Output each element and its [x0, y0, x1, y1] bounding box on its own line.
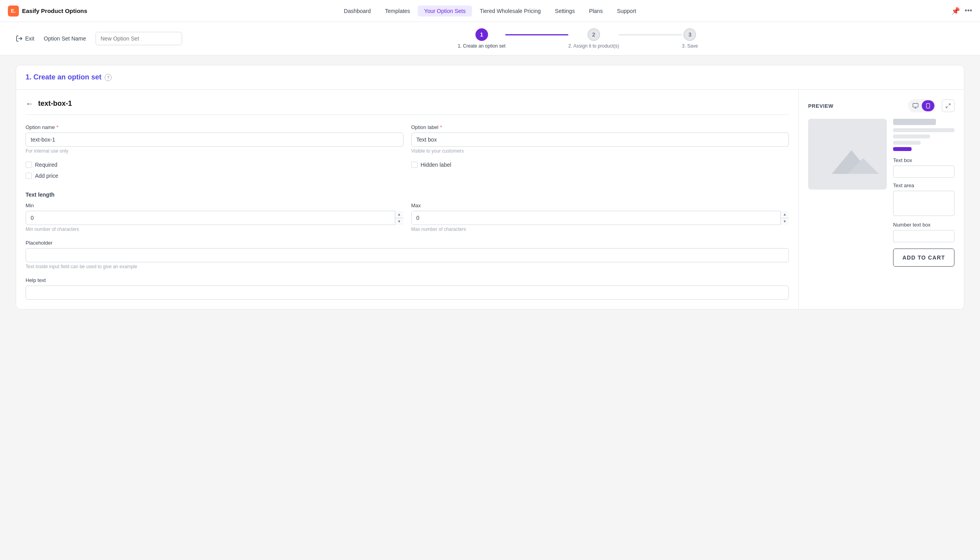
option-label-group: Option label * Visible to your customers: [411, 124, 789, 154]
product-title-bar: [893, 119, 936, 125]
add-price-checkbox-group: Add price: [26, 173, 403, 179]
max-input-wrap: ▲ ▼: [411, 211, 789, 225]
hidden-label-checkbox-group: Hidden label: [411, 162, 789, 168]
panel-header: ← text-box-1: [26, 99, 789, 115]
exit-button[interactable]: Exit: [16, 35, 34, 42]
hidden-label-checkbox-label[interactable]: Hidden label: [411, 162, 789, 168]
min-down-button[interactable]: ▼: [395, 218, 403, 225]
option-label-required-star: *: [440, 124, 442, 130]
top-bar: E. Easify Product Options Dashboard Temp…: [0, 0, 980, 22]
mobile-view-button[interactable]: [922, 100, 934, 111]
step-2-label: 2. Assign it to product(s): [568, 43, 619, 49]
step-3-circle: 3: [683, 28, 696, 41]
product-line-1: [893, 128, 954, 132]
preview-text-area-label: Text area: [893, 182, 954, 188]
section-help-icon[interactable]: ?: [105, 74, 112, 81]
nav-your-option-sets[interactable]: Your Option Sets: [418, 6, 472, 17]
max-down-button[interactable]: ▼: [781, 218, 789, 225]
step-2-circle: 2: [588, 28, 600, 41]
placeholder-section: Placeholder Text inside input field can …: [26, 240, 789, 269]
preview-title: PREVIEW: [808, 103, 834, 109]
step-2: 2 2. Assign it to product(s): [568, 28, 619, 49]
option-label-input[interactable]: [411, 133, 789, 147]
add-price-checkbox-label[interactable]: Add price: [26, 173, 403, 179]
steps: 1 1. Create an option set 2 2. Assign it…: [458, 28, 698, 49]
nav-support[interactable]: Support: [611, 6, 643, 17]
placeholder-hint: Text inside input field can be used to g…: [26, 264, 789, 269]
min-input-wrap: ▲ ▼: [26, 211, 403, 225]
help-text-label: Help text: [26, 277, 789, 283]
desktop-view-button[interactable]: [909, 100, 922, 111]
max-label: Max: [411, 203, 789, 208]
checkboxes-row: Required Add price: [26, 162, 789, 184]
max-up-button[interactable]: ▲: [781, 211, 789, 218]
product-line-2: [893, 134, 930, 138]
section-title: 1. Create an option set ?: [16, 65, 964, 90]
max-group: Max ▲ ▼ Max number of characters: [411, 203, 789, 232]
step-1: 1 1. Create an option set: [458, 28, 505, 49]
app-name: Easify Product Options: [22, 7, 87, 14]
nav-plans[interactable]: Plans: [583, 6, 609, 17]
help-text-input[interactable]: [26, 286, 789, 300]
max-spinners: ▲ ▼: [780, 211, 789, 225]
section-card: 1. Create an option set ? ← text-box-1 O…: [16, 65, 964, 309]
preview-text-box-input[interactable]: [893, 166, 954, 178]
more-options-icon[interactable]: •••: [965, 7, 972, 15]
main-content: 1. Create an option set ? ← text-box-1 O…: [0, 55, 980, 319]
text-length-heading: Text length: [26, 192, 789, 198]
min-max-row: Min ▲ ▼ Min number of characters: [26, 203, 789, 232]
option-set-name-input[interactable]: [96, 32, 182, 45]
option-name-label: Option name *: [26, 124, 403, 130]
preview-textarea[interactable]: [893, 191, 954, 216]
product-line-3: [893, 141, 921, 145]
nav-settings[interactable]: Settings: [549, 6, 581, 17]
min-label: Min: [26, 203, 403, 208]
add-price-checkbox[interactable]: [26, 173, 32, 179]
hidden-label-group: Hidden label: [411, 162, 789, 184]
min-group: Min ▲ ▼ Min number of characters: [26, 203, 403, 232]
nav-tiered-wholesale[interactable]: Tiered Wholesale Pricing: [473, 6, 547, 17]
product-info: Text box Text area Number text box ADD T…: [893, 119, 954, 267]
max-input[interactable]: [411, 211, 789, 225]
two-panel: ← text-box-1 Option name * For internal …: [16, 90, 964, 309]
panel-title: text-box-1: [38, 99, 72, 108]
preview-header-controls: [908, 99, 954, 112]
logo-icon: E.: [8, 6, 19, 17]
add-to-cart-button[interactable]: ADD TO CART: [893, 249, 954, 267]
max-hint: Max number of characters: [411, 227, 789, 232]
wizard-header: Exit Option Set Name 1 1. Create an opti…: [0, 22, 980, 55]
step-1-circle: 1: [475, 28, 488, 41]
svg-rect-5: [808, 119, 887, 190]
left-panel: ← text-box-1 Option name * For internal …: [16, 90, 799, 309]
help-text-section: Help text: [26, 277, 789, 300]
preview-product: Text box Text area Number text box ADD T…: [808, 119, 954, 267]
step-line-2: [619, 34, 682, 35]
preview-number-input[interactable]: [893, 230, 954, 242]
product-price-bar: [893, 147, 912, 151]
option-name-input[interactable]: [26, 133, 403, 147]
option-label-label: Option label *: [411, 124, 789, 130]
required-checkbox[interactable]: [26, 162, 32, 168]
top-nav: Dashboard Templates Your Option Sets Tie…: [337, 6, 642, 17]
option-name-label-row: Option name * For internal use only Opti…: [26, 124, 789, 154]
min-up-button[interactable]: ▲: [395, 211, 403, 218]
top-bar-right: 📌 •••: [951, 7, 972, 15]
svg-rect-0: [913, 103, 918, 107]
placeholder-input[interactable]: [26, 248, 789, 262]
hidden-label-checkbox[interactable]: [411, 162, 418, 168]
required-checkbox-label[interactable]: Required: [26, 162, 403, 168]
step-3-label: 3. Save: [682, 43, 698, 49]
placeholder-label: Placeholder: [26, 240, 789, 246]
nav-templates[interactable]: Templates: [379, 6, 416, 17]
product-image-placeholder: [808, 119, 887, 190]
nav-dashboard[interactable]: Dashboard: [337, 6, 377, 17]
preview-text-box-label: Text box: [893, 157, 954, 163]
expand-preview-button[interactable]: [942, 99, 954, 112]
preview-header: PREVIEW: [808, 99, 954, 112]
app-logo: E. Easify Product Options: [8, 6, 87, 17]
min-input[interactable]: [26, 211, 403, 225]
min-spinners: ▲ ▼: [395, 211, 403, 225]
back-button[interactable]: ←: [26, 99, 33, 108]
option-name-hint: For internal use only: [26, 148, 403, 154]
option-set-name-label: Option Set Name: [44, 35, 86, 42]
